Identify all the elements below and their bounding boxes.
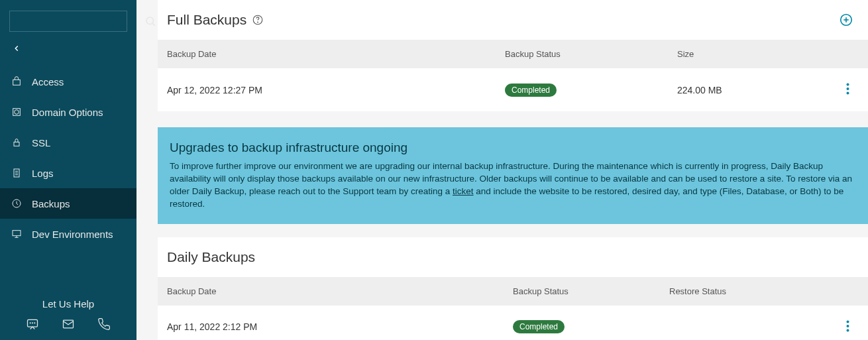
- svg-rect-17: [64, 320, 74, 328]
- sidebar-item-access[interactable]: Access: [0, 66, 136, 97]
- globe-icon: [11, 106, 23, 118]
- table-row: Apr 12, 2022 12:27 PM Completed 224.00 M…: [158, 68, 868, 111]
- sidebar: Access Domain Options SSL Logs Backups D…: [0, 0, 136, 340]
- col-header-size: Size: [677, 49, 859, 59]
- add-backup-button[interactable]: [839, 13, 853, 27]
- search-box[interactable]: [9, 11, 127, 32]
- sidebar-item-backups[interactable]: Backups: [0, 188, 136, 219]
- help-circle-icon[interactable]: [252, 14, 264, 26]
- nav-list: Access Domain Options SSL Logs Backups D…: [0, 66, 136, 289]
- col-header-date: Backup Date: [167, 49, 505, 59]
- svg-point-4: [15, 110, 19, 115]
- svg-point-27: [847, 325, 849, 327]
- full-backups-panel: Full Backups Backup Date Backup Status S…: [158, 0, 868, 111]
- daily-backups-panel: Daily Backups Backup Date Backup Status …: [158, 237, 868, 340]
- sidebar-item-label: Dev Environments: [32, 229, 113, 240]
- sidebar-item-label: SSL: [32, 137, 50, 148]
- cell-date: Apr 11, 2022 2:12 PM: [167, 321, 513, 332]
- file-icon: [11, 167, 23, 179]
- row-menu-icon[interactable]: [846, 83, 859, 97]
- svg-rect-2: [13, 80, 21, 85]
- sidebar-item-label: Backups: [32, 198, 70, 209]
- sidebar-item-label: Access: [32, 76, 64, 87]
- daily-backups-table-header: Backup Date Backup Status Restore Status: [158, 277, 868, 306]
- svg-point-16: [34, 323, 35, 323]
- lock-icon: [11, 137, 23, 148]
- full-backups-title: Full Backups: [167, 12, 246, 28]
- sidebar-item-ssl[interactable]: SSL: [0, 127, 136, 158]
- col-header-status: Backup Status: [505, 49, 677, 59]
- phone-icon[interactable]: [97, 317, 111, 333]
- col-header-date: Backup Date: [167, 286, 513, 296]
- status-badge: Completed: [513, 320, 565, 333]
- sidebar-item-logs[interactable]: Logs: [0, 158, 136, 188]
- upgrade-notice: Upgrades to backup infrastructure ongoin…: [158, 127, 868, 224]
- sidebar-item-dev-environments[interactable]: Dev Environments: [0, 219, 136, 249]
- help-label: Let Us Help: [0, 298, 136, 310]
- svg-point-19: [258, 22, 258, 23]
- svg-point-23: [847, 84, 849, 86]
- table-row: Apr 11, 2022 2:12 PM Completed: [158, 306, 868, 340]
- svg-point-28: [847, 329, 849, 331]
- help-section: Let Us Help: [0, 289, 136, 340]
- key-icon: [11, 76, 23, 87]
- ticket-link[interactable]: ticket: [453, 186, 474, 196]
- col-header-status: Backup Status: [513, 286, 669, 296]
- row-menu-icon[interactable]: [846, 320, 859, 334]
- daily-backups-title: Daily Backups: [167, 249, 255, 265]
- history-icon: [11, 198, 23, 209]
- svg-point-15: [32, 323, 33, 323]
- col-header-restore: Restore Status: [669, 286, 859, 296]
- search-input[interactable]: [10, 12, 139, 30]
- sidebar-item-label: Logs: [32, 168, 54, 179]
- notice-body: To improve further improve our environme…: [170, 160, 856, 211]
- back-chevron-icon[interactable]: [12, 44, 21, 55]
- chat-icon[interactable]: [26, 317, 39, 333]
- svg-rect-5: [14, 142, 19, 146]
- svg-point-14: [30, 323, 30, 323]
- svg-rect-10: [13, 231, 21, 236]
- notice-title: Upgrades to backup infrastructure ongoin…: [170, 141, 856, 155]
- svg-point-26: [847, 320, 849, 323]
- full-backups-table-header: Backup Date Backup Status Size: [158, 40, 868, 68]
- sidebar-item-domain-options[interactable]: Domain Options: [0, 97, 136, 127]
- cell-date: Apr 12, 2022 12:27 PM: [167, 85, 505, 95]
- svg-point-25: [847, 92, 849, 95]
- email-icon[interactable]: [62, 317, 75, 333]
- cell-size: 224.00 MB: [677, 85, 846, 95]
- main-content: Full Backups Backup Date Backup Status S…: [136, 0, 868, 340]
- sidebar-item-label: Domain Options: [32, 107, 103, 118]
- svg-point-24: [847, 87, 849, 90]
- status-badge: Completed: [505, 84, 557, 97]
- monitor-icon: [11, 228, 23, 240]
